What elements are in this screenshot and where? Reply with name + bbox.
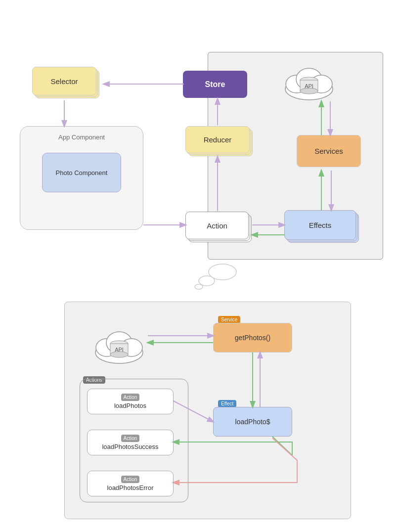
store-label: Store xyxy=(205,80,225,89)
thought-bubble-svg xyxy=(183,262,242,292)
action3-badge: Action xyxy=(121,476,140,483)
svg-point-20 xyxy=(195,284,203,289)
services-label: Services xyxy=(314,147,343,155)
action1-badge: Action xyxy=(121,394,140,401)
action2-label: loadPhotosSuccess xyxy=(102,443,158,450)
api-top-label: API xyxy=(305,83,313,89)
service-badge: Service xyxy=(218,316,240,323)
action1-label: loadPhotos xyxy=(114,402,146,409)
action-card-front: Action xyxy=(185,212,249,239)
api-cloud-svg: API xyxy=(279,54,339,101)
bottom-diagram: API Service getPhotos() Effect loadPhoto… xyxy=(64,302,351,519)
selector-card-front: Selector xyxy=(32,67,96,95)
store-box: Store xyxy=(183,71,247,98)
thought-bubbles xyxy=(183,262,242,292)
api-cloud-top: API xyxy=(279,54,339,103)
action3-label: loadPhotosError xyxy=(107,484,154,491)
action-item-load-photos-success: Action loadPhotosSuccess xyxy=(87,430,174,455)
load-photo-label: loadPhoto$ xyxy=(235,418,270,426)
api-cloud-bottom-svg: API xyxy=(89,317,149,366)
load-photo-box: loadPhoto$ xyxy=(213,407,292,437)
services-box: Services xyxy=(297,135,361,167)
effect-badge: Effect xyxy=(218,400,236,407)
effect-badge-label: Effect xyxy=(221,401,233,406)
selector-label: Selector xyxy=(50,77,78,86)
photo-component-box: Photo Component xyxy=(42,153,121,192)
svg-point-19 xyxy=(199,276,215,286)
action-item-load-photos: Action loadPhotos xyxy=(87,389,174,414)
reducer-card-front: Reducer xyxy=(185,126,250,153)
get-photos-label: getPhotos() xyxy=(235,334,270,342)
app-component-box: App Component Photo Component xyxy=(20,126,143,230)
service-badge-label: Service xyxy=(221,317,237,322)
top-diagram: Store Selector App Component Photo Compo… xyxy=(15,27,383,260)
app-component-label: App Component xyxy=(58,133,105,141)
effects-card-front: Effects xyxy=(284,210,356,240)
photo-component-label: Photo Component xyxy=(56,169,108,177)
reducer-label: Reducer xyxy=(204,135,232,144)
api-bottom-label: API xyxy=(115,347,124,353)
effects-label: Effects xyxy=(309,221,332,229)
get-photos-box: getPhotos() xyxy=(213,323,292,353)
action-item-load-photos-error: Action loadPhotosError xyxy=(87,471,174,496)
action2-badge: Action xyxy=(121,435,140,442)
action-label: Action xyxy=(207,222,227,230)
api-cloud-bottom: API xyxy=(89,317,149,368)
